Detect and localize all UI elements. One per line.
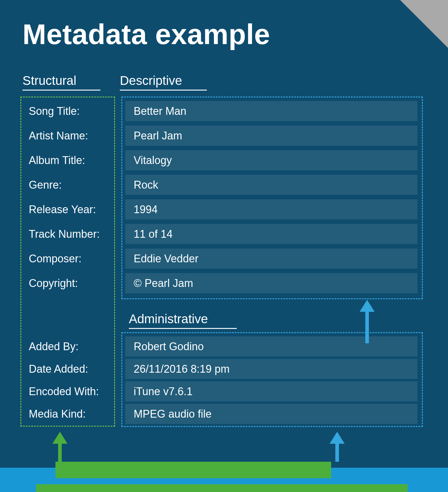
label-encoded-with: Encoded With: — [23, 381, 110, 401]
label-added-by: Added By: — [23, 336, 110, 356]
value-copyright: © Pearl Jam — [125, 273, 417, 293]
value-media-kind: MPEG audio file — [125, 404, 417, 424]
label-song-title: Song Title: — [23, 101, 110, 121]
green-connector-bar — [55, 462, 331, 478]
header-administrative: Administrative — [129, 312, 237, 329]
label-media-kind: Media Kind: — [23, 404, 110, 424]
value-album-title: Vitalogy — [125, 150, 417, 170]
value-release-year: 1994 — [125, 199, 417, 219]
value-artist-name: Pearl Jam — [125, 126, 417, 146]
page-corner-fold — [400, 0, 448, 48]
diagram-frame: Metadata example Structural Descriptive … — [0, 0, 448, 492]
value-date-added: 26/11/2016 8:19 pm — [125, 359, 417, 379]
green-underline-bar — [36, 484, 408, 492]
label-album-title: Album Title: — [23, 150, 110, 170]
header-structural: Structural — [22, 73, 100, 91]
header-descriptive: Descriptive — [120, 73, 207, 91]
value-song-title: Better Man — [125, 101, 417, 121]
label-track-number: Track Number: — [23, 224, 110, 244]
value-encoded-with: iTune v7.6.1 — [125, 381, 417, 401]
value-genre: Rock — [125, 175, 417, 195]
arrow-structural-up — [52, 432, 67, 462]
page-title: Metadata example — [22, 18, 270, 51]
arrow-admin-to-descriptive — [360, 300, 375, 343]
value-composer: Eddie Vedder — [125, 249, 417, 269]
arrow-descriptive-up — [330, 432, 345, 462]
label-copyright: Copyright: — [23, 273, 110, 293]
label-composer: Composer: — [23, 249, 110, 269]
label-release-year: Release Year: — [23, 199, 110, 219]
label-date-added: Date Added: — [23, 359, 110, 379]
label-artist-name: Artist Name: — [23, 126, 110, 146]
value-track-number: 11 of 14 — [125, 224, 417, 244]
label-genre: Genre: — [23, 175, 110, 195]
